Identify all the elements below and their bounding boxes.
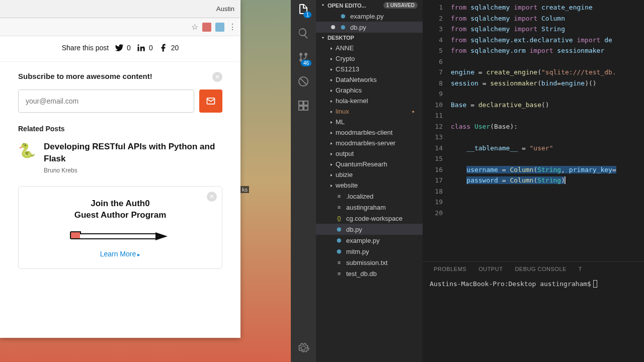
- facebook-share[interactable]: 20: [159, 43, 179, 52]
- folder-item[interactable]: DataNetworks: [316, 74, 423, 85]
- open-editors-header[interactable]: Open Edito... 1 UNSAVED: [316, 0, 423, 11]
- folder-item[interactable]: CS1213: [316, 64, 423, 74]
- scm-icon[interactable]: 46: [296, 50, 310, 64]
- related-post-item[interactable]: 🐍 Developing RESTful APIs with Python an…: [18, 141, 222, 174]
- subscribe-button[interactable]: [199, 89, 222, 113]
- file-item[interactable]: ≡austingraham: [316, 202, 423, 213]
- related-heading: Related Posts: [18, 125, 222, 133]
- panel-tab[interactable]: PROBLEMS: [434, 266, 466, 272]
- folder-name: moodmarbles-client: [336, 129, 392, 136]
- file-icon: ⬢: [335, 236, 343, 244]
- folder-name: output: [336, 150, 354, 157]
- unsaved-badge: 1 UNSAVED: [383, 2, 418, 9]
- browser-menu-icon[interactable]: ⋮: [228, 22, 236, 32]
- panel-tab[interactable]: T: [579, 266, 582, 272]
- linkedin-share[interactable]: 0: [137, 43, 153, 52]
- editor-name: db.py: [350, 24, 366, 31]
- folder-name: ML: [336, 118, 345, 126]
- file-icon: ≡: [335, 258, 343, 266]
- terminal-prompt: Austins-MacBook-Pro:Desktop austingraham…: [430, 280, 591, 288]
- dirty-dot-icon: [331, 14, 335, 18]
- file-name: submission.txt: [346, 259, 387, 266]
- close-icon[interactable]: ✕: [212, 72, 222, 82]
- open-editors-list: ⬢example.py⬢db.py: [316, 11, 423, 33]
- author-program-heading: Join the Auth0 Guest Author Program: [28, 198, 213, 222]
- facebook-icon: [159, 43, 168, 52]
- folder-item[interactable]: moodmarbles-client: [316, 127, 423, 138]
- linkedin-count: 0: [149, 44, 153, 52]
- search-icon[interactable]: [296, 26, 310, 40]
- folder-name: moodmarbles-server: [336, 139, 395, 147]
- folder-item[interactable]: output: [316, 148, 423, 159]
- panel-tab[interactable]: DEBUG CONSOLE: [515, 266, 566, 272]
- browser-tab-title[interactable]: Austin: [216, 5, 234, 13]
- twitter-count: 0: [127, 44, 131, 52]
- terminal-content[interactable]: Austins-MacBook-Pro:Desktop austingraham…: [423, 276, 644, 292]
- file-name: mitm.py: [346, 248, 369, 255]
- learn-more-link[interactable]: Learn More: [100, 250, 141, 258]
- editor-pane: 1234567891011121314151617181920 from sql…: [423, 0, 644, 362]
- debug-icon[interactable]: [296, 74, 310, 88]
- folder-item[interactable]: Graphics: [316, 85, 423, 96]
- folder-item[interactable]: hola-kernel: [316, 96, 423, 106]
- file-item[interactable]: ≡test_db.db: [316, 268, 423, 279]
- file-item[interactable]: ⬢db.py: [316, 224, 423, 235]
- extension-icon-2[interactable]: [215, 23, 224, 32]
- folder-name: hola-kernel: [336, 97, 368, 105]
- close-icon[interactable]: ✕: [207, 192, 217, 202]
- file-item[interactable]: ≡.localized: [316, 191, 423, 202]
- file-item[interactable]: ⬢mitm.py: [316, 246, 423, 257]
- file-icon: ≡: [335, 203, 343, 211]
- folder-item[interactable]: QuantumResearh: [316, 159, 423, 169]
- vscode-window: 1 46 Open Edito... 1 UNSAVED ⬢example.py…: [291, 0, 644, 362]
- code-area[interactable]: 1234567891011121314151617181920 from sql…: [423, 0, 644, 261]
- email-input[interactable]: [18, 89, 194, 113]
- workspace-header[interactable]: Desktop: [316, 33, 423, 43]
- author-program-card: ✕ Join the Auth0 Guest Author Program Le…: [18, 186, 222, 269]
- gear-icon[interactable]: [296, 341, 310, 355]
- terminal-cursor: [593, 280, 597, 288]
- activity-bar: 1 46: [291, 0, 316, 362]
- extensions-icon[interactable]: [296, 99, 310, 113]
- sidebar: Open Edito... 1 UNSAVED ⬢example.py⬢db.p…: [316, 0, 423, 362]
- related-posts: Related Posts 🐍 Developing RESTful APIs …: [18, 125, 222, 174]
- file-name: db.py: [346, 226, 362, 233]
- twitter-share[interactable]: 0: [115, 43, 131, 52]
- explorer-icon[interactable]: 1: [296, 2, 310, 16]
- folder-item[interactable]: ubizie: [316, 169, 423, 180]
- browser-tab-bar: Austin: [0, 0, 240, 18]
- open-editors-label: Open Edito...: [328, 3, 366, 9]
- subscribe-heading: Subscribe to more awesome content!: [18, 72, 222, 80]
- post-author: Bruno Krebs: [44, 167, 222, 174]
- share-label: Share this post: [62, 44, 109, 52]
- folder-name: ANNE: [336, 44, 354, 52]
- file-icon: ≡: [335, 269, 343, 278]
- file-name: test_db.db: [346, 270, 377, 278]
- folder-item[interactable]: ANNE: [316, 43, 423, 53]
- editor-item[interactable]: ⬢db.py: [316, 22, 423, 33]
- panel-tab[interactable]: OUTPUT: [478, 266, 503, 272]
- dirty-dot-icon: [331, 25, 335, 29]
- file-item[interactable]: ⬢example.py: [316, 235, 423, 246]
- linkedin-icon: [137, 43, 146, 52]
- folder-name: website: [336, 182, 358, 189]
- code-content[interactable]: from sqlalchemy import create_engine fro…: [451, 2, 644, 261]
- file-item[interactable]: {}cg.code-workspace: [316, 213, 423, 224]
- file-name: austingraham: [346, 204, 386, 211]
- editor-item[interactable]: ⬢example.py: [316, 11, 423, 22]
- bookmark-star-icon[interactable]: ☆: [191, 22, 198, 32]
- folder-item[interactable]: website: [316, 180, 423, 191]
- folder-item[interactable]: ML: [316, 117, 423, 127]
- python-file-icon: ⬢: [339, 23, 347, 31]
- folder-item[interactable]: Crypto: [316, 53, 423, 64]
- file-icon: ⬢: [335, 247, 343, 255]
- facebook-count: 20: [171, 44, 179, 52]
- browser-toolbar: ☆ ⋮: [0, 18, 240, 36]
- folder-item[interactable]: linux: [316, 106, 423, 117]
- folder-name: Crypto: [336, 55, 355, 62]
- scm-badge: 46: [301, 60, 311, 66]
- share-row: Share this post 0 0 20: [0, 36, 240, 62]
- folder-item[interactable]: moodmarbles-server: [316, 138, 423, 148]
- extension-icon-1[interactable]: [202, 23, 211, 32]
- file-item[interactable]: ≡submission.txt: [316, 257, 423, 268]
